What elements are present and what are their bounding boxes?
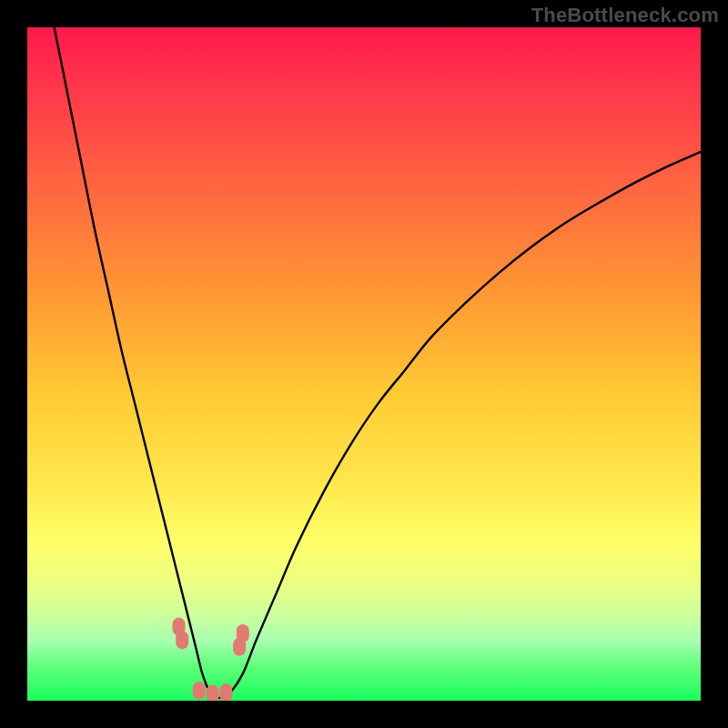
chart-frame: TheBottleneck.com	[0, 0, 728, 728]
curve-marker	[219, 683, 232, 701]
watermark-text: TheBottleneck.com	[531, 4, 719, 27]
plot-area	[27, 27, 701, 701]
curve-markers	[173, 618, 249, 701]
curve-marker	[176, 631, 188, 649]
curve-marker	[237, 624, 249, 642]
curve-layer	[27, 27, 701, 701]
curve-marker	[207, 685, 219, 701]
curve-marker	[193, 682, 206, 700]
bottleneck-curve	[55, 27, 701, 698]
